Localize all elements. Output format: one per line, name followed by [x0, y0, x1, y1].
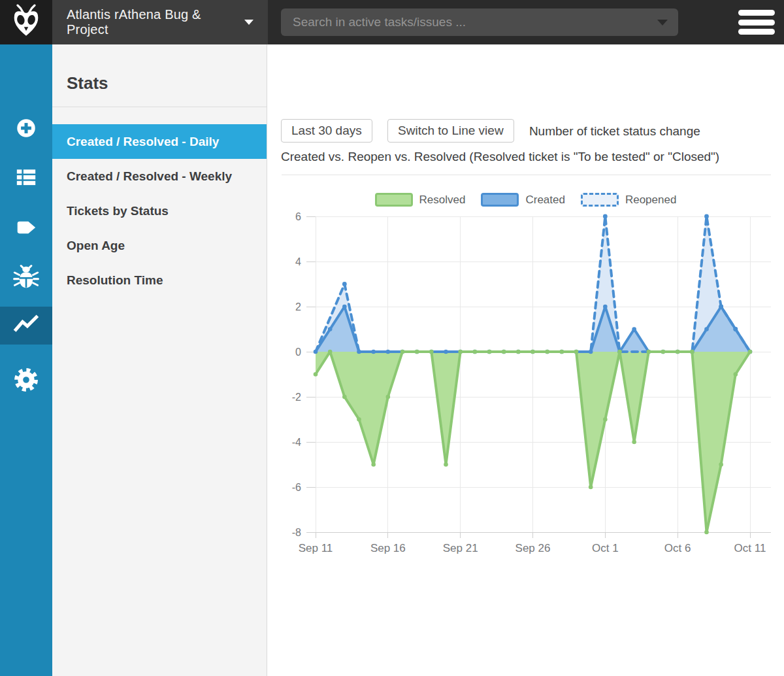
- series-reopened-points: [342, 214, 738, 331]
- tag-icon: [13, 214, 39, 243]
- project-name: Atlantis rAthena Bug & Project: [67, 7, 231, 37]
- chart-controls: Last 30 days Switch to Line view Number …: [281, 119, 746, 169]
- view-toggle-button[interactable]: Switch to Line view: [387, 119, 514, 143]
- app-logo[interactable]: [0, 0, 52, 44]
- legend-item-reopened[interactable]: Reopened: [581, 193, 676, 207]
- svg-text:Sep 11: Sep 11: [299, 542, 333, 554]
- stats-menu: Created / Resolved - Daily Created / Res…: [52, 124, 267, 297]
- trend-line-icon: [12, 310, 41, 341]
- chevron-down-icon: [244, 20, 253, 25]
- svg-text:Sep 26: Sep 26: [515, 542, 551, 554]
- svg-text:Sep 16: Sep 16: [370, 542, 406, 554]
- resolved-swatch: [375, 193, 413, 207]
- top-header: Atlantis rAthena Bug & Project: [0, 0, 784, 44]
- gear-icon: [12, 366, 40, 396]
- search-box: [281, 8, 678, 36]
- menu-item-open-age[interactable]: Open Age: [52, 228, 267, 263]
- sidebar-item-task-list[interactable]: [0, 160, 52, 197]
- search-dropdown-caret-icon[interactable]: [657, 20, 668, 25]
- svg-text:Sep 21: Sep 21: [443, 542, 478, 554]
- svg-text:-2: -2: [292, 392, 301, 403]
- sidebar-item-stats[interactable]: [0, 307, 52, 345]
- range-button[interactable]: Last 30 days: [281, 119, 372, 143]
- legend-item-created[interactable]: Created: [481, 193, 564, 207]
- sidebar-item-add[interactable]: [0, 110, 52, 148]
- svg-text:2: 2: [295, 301, 301, 313]
- sidebar-item-settings[interactable]: [0, 362, 52, 400]
- svg-text:Oct 6: Oct 6: [664, 542, 691, 554]
- created-resolved-daily-chart: 6420-2-4-6-8Sep 11Sep 16Sep 21Sep 26Oct …: [267, 209, 784, 575]
- project-selector[interactable]: Atlantis rAthena Bug & Project: [52, 0, 268, 44]
- main-content: Last 30 days Switch to Line view Number …: [267, 44, 784, 676]
- svg-text:-4: -4: [292, 437, 301, 448]
- svg-text:0: 0: [295, 346, 301, 358]
- menu-item-created-resolved-daily[interactable]: Created / Resolved - Daily: [52, 124, 267, 159]
- stats-panel: Stats Created / Resolved - Daily Created…: [52, 44, 267, 676]
- icon-rail: [0, 44, 52, 676]
- sidebar-item-labels[interactable]: [0, 210, 52, 248]
- page-title: Stats: [67, 73, 108, 93]
- svg-text:-8: -8: [292, 527, 301, 538]
- plus-circle-icon: [13, 115, 39, 144]
- search-input[interactable]: [291, 14, 651, 30]
- chart-svg: 6420-2-4-6-8Sep 11Sep 16Sep 21Sep 26Oct …: [267, 209, 784, 575]
- hamburger-menu-icon[interactable]: [738, 10, 775, 35]
- ant-logo-icon: [9, 4, 43, 41]
- bug-icon: [12, 263, 40, 294]
- divider: [282, 175, 771, 175]
- svg-text:-6: -6: [292, 482, 301, 493]
- reopened-swatch: [581, 193, 619, 207]
- chart-legend: Resolved Created Reopened: [267, 193, 784, 207]
- legend-item-resolved[interactable]: Resolved: [375, 193, 466, 207]
- svg-text:4: 4: [295, 256, 301, 267]
- created-swatch: [481, 193, 519, 207]
- menu-item-created-resolved-weekly[interactable]: Created / Resolved - Weekly: [52, 159, 267, 194]
- menu-item-resolution-time[interactable]: Resolution Time: [52, 263, 267, 297]
- divider: [52, 107, 267, 107]
- svg-text:Oct 1: Oct 1: [592, 542, 619, 554]
- menu-item-tickets-by-status[interactable]: Tickets by Status: [52, 194, 267, 228]
- svg-text:Oct 11: Oct 11: [734, 542, 766, 554]
- sidebar-item-bugs[interactable]: [0, 260, 52, 297]
- svg-text:6: 6: [295, 211, 301, 222]
- list-icon: [13, 164, 39, 193]
